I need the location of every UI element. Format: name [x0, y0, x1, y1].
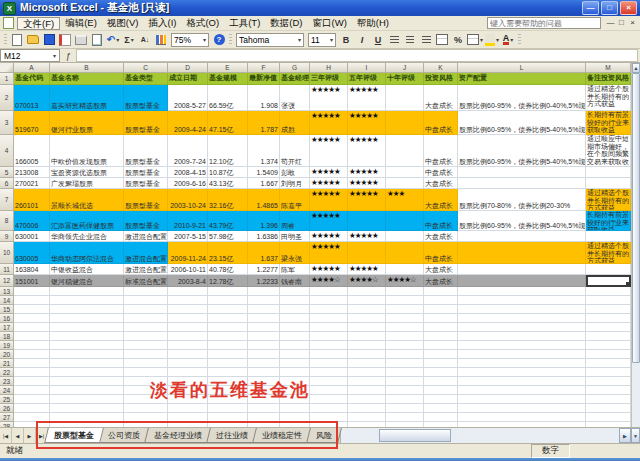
cell-d10[interactable]: 2009-11-24 — [168, 242, 208, 264]
row-header-27[interactable]: 27 — [0, 413, 14, 422]
cell-m27[interactable] — [586, 413, 631, 422]
cell-l5[interactable] — [458, 167, 586, 178]
column-header-i[interactable]: I — [348, 63, 386, 73]
cell-c2[interactable]: 股票型基金 — [124, 85, 168, 111]
cell-m1[interactable]: 备注投资风格 — [586, 73, 631, 85]
column-header-g[interactable]: G — [280, 63, 310, 73]
cell-a19[interactable] — [14, 341, 50, 350]
cell-g17[interactable] — [280, 323, 310, 332]
cell-k7[interactable]: 大盘成长 — [424, 189, 458, 211]
cell-g7[interactable]: 陈嘉平 — [280, 189, 310, 211]
cell-b24[interactable] — [50, 386, 124, 395]
cell-e8[interactable]: 43.79亿 — [208, 211, 248, 231]
cell-f5[interactable]: 1.5409 — [248, 167, 280, 178]
cell-b17[interactable] — [50, 323, 124, 332]
cell-l13[interactable] — [458, 287, 586, 296]
cell-m19[interactable] — [586, 341, 631, 350]
menu-edit[interactable]: 编辑(E) — [60, 17, 102, 29]
cell-g8[interactable]: 周睿 — [280, 211, 310, 231]
cell-j15[interactable] — [386, 305, 424, 314]
cell-b26[interactable] — [50, 404, 124, 413]
cell-h4[interactable]: ★★★★★ — [310, 135, 348, 167]
column-header-e[interactable]: E — [208, 63, 248, 73]
cell-e1[interactable]: 基金规模 — [208, 73, 248, 85]
cell-m20[interactable] — [586, 350, 631, 359]
cell-i7[interactable]: ★★★★★ — [348, 189, 386, 211]
cell-j22[interactable] — [386, 368, 424, 377]
cell-k1[interactable]: 投资风格 — [424, 73, 458, 85]
column-header-b[interactable]: B — [50, 63, 124, 73]
toolbar-grip[interactable] — [4, 34, 7, 46]
cell-d5[interactable]: 2008-4-15 — [168, 167, 208, 178]
cell-k5[interactable]: 中盘成长 — [424, 167, 458, 178]
cell-h2[interactable]: ★★★★★ — [310, 85, 348, 111]
cell-i19[interactable] — [348, 341, 386, 350]
cell-e10[interactable]: 23.15亿 — [208, 242, 248, 264]
cell-k10[interactable]: 中盘成长 — [424, 242, 458, 264]
cell-c6[interactable]: 股票型基金 — [124, 178, 168, 189]
horizontal-scrollbar-track[interactable] — [341, 428, 619, 443]
cell-l16[interactable] — [458, 314, 586, 323]
cell-h22[interactable] — [310, 368, 348, 377]
cell-c7[interactable]: 股票型基金 — [124, 189, 168, 211]
cell-j14[interactable] — [386, 296, 424, 305]
cell-a23[interactable] — [14, 377, 50, 386]
cell-m18[interactable] — [586, 332, 631, 341]
cell-j12[interactable]: ★★★★☆ — [386, 275, 424, 287]
cell-j16[interactable] — [386, 314, 424, 323]
cell-f20[interactable] — [248, 350, 280, 359]
cell-k18[interactable] — [424, 332, 458, 341]
merge-center-button[interactable] — [435, 33, 449, 47]
cell-e2[interactable]: 66.59亿 — [208, 85, 248, 111]
chart-wizard-button[interactable] — [154, 33, 168, 47]
row-header-2[interactable]: 2 — [0, 85, 14, 111]
cell-a4[interactable]: 166005 — [14, 135, 50, 167]
cell-b22[interactable] — [50, 368, 124, 377]
cell-b18[interactable] — [50, 332, 124, 341]
cell-k4[interactable]: 中盘成长 — [424, 135, 458, 167]
cell-a7[interactable]: 260101 — [14, 189, 50, 211]
cell-a21[interactable] — [14, 359, 50, 368]
cell-f9[interactable]: 1.6386 — [248, 231, 280, 242]
cell-b16[interactable] — [50, 314, 124, 323]
cell-e18[interactable] — [208, 332, 248, 341]
zoom-combobox[interactable]: 75%▾ — [171, 33, 209, 47]
cell-b11[interactable]: 中银收益混合 — [50, 264, 124, 275]
cell-l10[interactable] — [458, 242, 586, 264]
cell-a17[interactable] — [14, 323, 50, 332]
cell-a22[interactable] — [14, 368, 50, 377]
cell-c26[interactable] — [124, 404, 168, 413]
cell-e7[interactable]: 32.16亿 — [208, 189, 248, 211]
cell-c15[interactable] — [124, 305, 168, 314]
cell-h3[interactable]: ★★★★★ — [310, 111, 348, 135]
cell-b15[interactable] — [50, 305, 124, 314]
column-header-h[interactable]: H — [310, 63, 348, 73]
scroll-up-button[interactable]: ▲ — [632, 63, 640, 73]
cell-g19[interactable] — [280, 341, 310, 350]
cell-d3[interactable]: 2009-4-24 — [168, 111, 208, 135]
row-header-26[interactable]: 26 — [0, 404, 14, 413]
cell-m6[interactable] — [586, 178, 631, 189]
cell-e19[interactable] — [208, 341, 248, 350]
cell-m9[interactable] — [586, 231, 631, 242]
cell-b12[interactable]: 银河稳健混合 — [50, 275, 124, 287]
cell-l21[interactable] — [458, 359, 586, 368]
cell-m12[interactable] — [586, 275, 631, 287]
cell-g15[interactable] — [280, 305, 310, 314]
cell-l28[interactable] — [458, 422, 586, 427]
cell-d9[interactable]: 2007-5-15 — [168, 231, 208, 242]
cell-k6[interactable]: 大盘成长 — [424, 178, 458, 189]
cell-j24[interactable] — [386, 386, 424, 395]
cell-d4[interactable]: 2009-7-24 — [168, 135, 208, 167]
cell-g10[interactable]: 梁永强 — [280, 242, 310, 264]
cell-d13[interactable] — [168, 287, 208, 296]
menu-file[interactable]: 文件(F) — [17, 17, 60, 30]
cell-a18[interactable] — [14, 332, 50, 341]
cell-k17[interactable] — [424, 323, 458, 332]
row-header-9[interactable]: 9 — [0, 231, 14, 242]
cell-l12[interactable] — [458, 275, 586, 287]
cell-d2[interactable]: 2008-5-27 — [168, 85, 208, 111]
cell-h10[interactable]: ★★★★★ — [310, 242, 348, 264]
column-header-j[interactable]: J — [386, 63, 424, 73]
cell-h6[interactable]: ★★★★★ — [310, 178, 348, 189]
